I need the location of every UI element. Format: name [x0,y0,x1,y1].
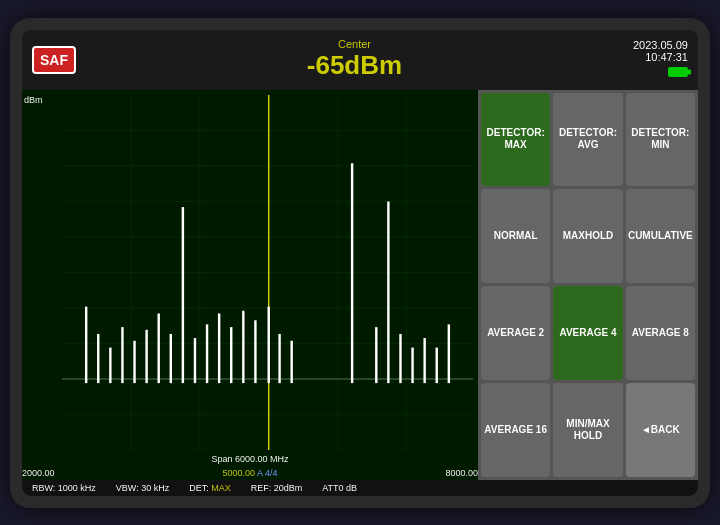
battery-icon [668,67,688,77]
screen: SAF Center -65dBm 2023.05.0910:47:31 dBm [22,30,698,496]
span-label: Span 6000.00 MHz [211,454,288,464]
status-vbw: VBW: 30 kHz [116,483,169,493]
x-label-center: 5000.00 A 4/4 [222,468,277,478]
btn-average-4[interactable]: AVERAGE 4 [553,286,622,380]
freq-value: -65dBm [86,50,623,81]
datetime-text: 2023.05.0910:47:31 [633,39,688,63]
btn-detector-max[interactable]: DETECTOR:MAX [481,93,550,187]
btn-normal[interactable]: NORMAL [481,189,550,283]
chart-area: dBm [22,90,478,480]
header: SAF Center -65dBm 2023.05.0910:47:31 [22,30,698,90]
btn-maxhold[interactable]: MAXHOLD [553,189,622,283]
status-att: ATT0 dB [322,483,357,493]
btn-detector-avg[interactable]: DETECTOR:AVG [553,93,622,187]
status-ref: REF: 20dBm [251,483,303,493]
status-rbw: RBW: 1000 kHz [32,483,96,493]
status-det: DET: MAX [189,483,231,493]
btn-back[interactable]: ◄BACK [626,383,695,477]
control-panel: DETECTOR:MAX DETECTOR:AVG DETECTOR:MIN N… [478,90,698,480]
btn-cumulative[interactable]: CUMULATIVE [626,189,695,283]
dbm-label: dBm [24,95,43,105]
status-bar: RBW: 1000 kHz VBW: 30 kHz DET: MAX REF: … [22,480,698,496]
btn-average-8[interactable]: AVERAGE 8 [626,286,695,380]
device-frame: SAF Center -65dBm 2023.05.0910:47:31 dBm [10,18,710,508]
spectrum-chart: -10 -20 -30 -40 -50 -60 -70 -80 -90 -100 [62,95,473,450]
x-label-right: 8000.00 [445,468,478,478]
status-det-value: MAX [211,483,231,493]
btn-minmax-hold[interactable]: MIN/MAX HOLD [553,383,622,477]
a-label: A 4/4 [257,468,278,478]
x-label-left: 2000.00 [22,468,55,478]
main-content: dBm [22,90,698,480]
datetime-battery: 2023.05.0910:47:31 [633,39,688,81]
center-freq-display: Center -65dBm [86,38,623,81]
btn-detector-min[interactable]: DETECTOR:MIN [626,93,695,187]
saf-logo: SAF [32,46,76,74]
btn-average-2[interactable]: AVERAGE 2 [481,286,550,380]
btn-average-16[interactable]: AVERAGE 16 [481,383,550,477]
center-label: Center [86,38,623,50]
